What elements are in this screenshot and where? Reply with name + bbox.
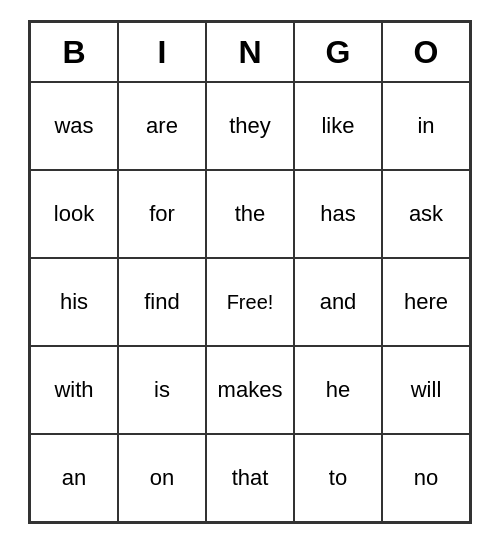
bingo-cell-4-0[interactable]: an — [30, 434, 118, 522]
bingo-cell-3-1[interactable]: is — [118, 346, 206, 434]
bingo-cell-2-4[interactable]: here — [382, 258, 470, 346]
bingo-cell-3-0[interactable]: with — [30, 346, 118, 434]
bingo-row-2: hisfindFree!andhere — [30, 258, 470, 346]
bingo-cell-4-1[interactable]: on — [118, 434, 206, 522]
bingo-cell-0-0[interactable]: was — [30, 82, 118, 170]
bingo-header-n: N — [206, 22, 294, 82]
bingo-row-1: lookforthehasask — [30, 170, 470, 258]
bingo-cell-1-0[interactable]: look — [30, 170, 118, 258]
bingo-cell-1-1[interactable]: for — [118, 170, 206, 258]
bingo-cell-0-4[interactable]: in — [382, 82, 470, 170]
bingo-cell-3-3[interactable]: he — [294, 346, 382, 434]
bingo-header-b: B — [30, 22, 118, 82]
bingo-cell-1-2[interactable]: the — [206, 170, 294, 258]
bingo-cell-2-2[interactable]: Free! — [206, 258, 294, 346]
bingo-cell-4-3[interactable]: to — [294, 434, 382, 522]
bingo-header-g: G — [294, 22, 382, 82]
bingo-cell-4-2[interactable]: that — [206, 434, 294, 522]
bingo-header-o: O — [382, 22, 470, 82]
bingo-row-3: withismakeshewill — [30, 346, 470, 434]
bingo-cell-2-0[interactable]: his — [30, 258, 118, 346]
bingo-cell-3-2[interactable]: makes — [206, 346, 294, 434]
bingo-cell-4-4[interactable]: no — [382, 434, 470, 522]
bingo-header-row: BINGO — [30, 22, 470, 82]
bingo-cell-0-3[interactable]: like — [294, 82, 382, 170]
bingo-card: BINGOwasaretheylikeinlookforthehasaskhis… — [28, 20, 472, 524]
bingo-cell-0-1[interactable]: are — [118, 82, 206, 170]
bingo-cell-3-4[interactable]: will — [382, 346, 470, 434]
bingo-cell-0-2[interactable]: they — [206, 82, 294, 170]
bingo-cell-1-4[interactable]: ask — [382, 170, 470, 258]
bingo-header-i: I — [118, 22, 206, 82]
bingo-cell-2-1[interactable]: find — [118, 258, 206, 346]
bingo-cell-2-3[interactable]: and — [294, 258, 382, 346]
bingo-row-4: anonthattono — [30, 434, 470, 522]
bingo-row-0: wasaretheylikein — [30, 82, 470, 170]
bingo-cell-1-3[interactable]: has — [294, 170, 382, 258]
